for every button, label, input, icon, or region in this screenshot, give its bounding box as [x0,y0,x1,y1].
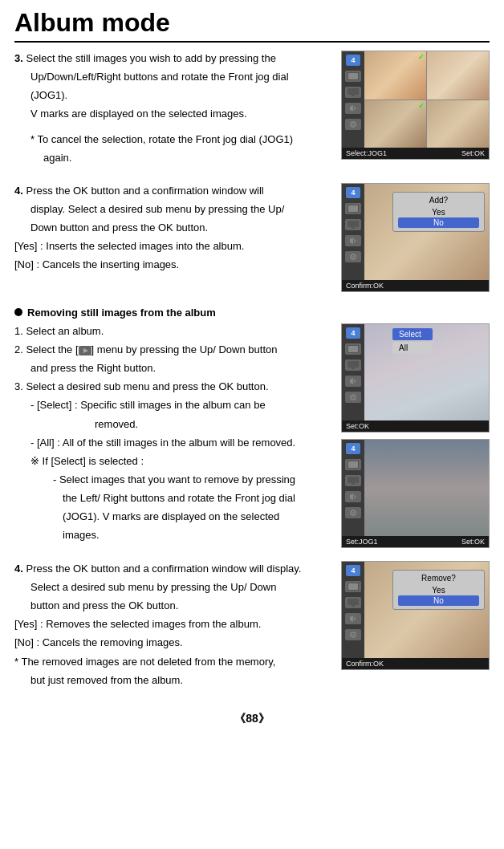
bullet-header-label: Removing still images from the album [27,307,216,319]
add-dialog-no: No [398,217,479,228]
add-dialog-yes: Yes [398,207,479,217]
cam-icon-settings-3 [345,392,361,403]
cam-icon-monitor-3 [345,360,361,371]
svg-marker-11 [350,238,353,244]
step4a-line4: [Yes] : Inserts the selected images into… [14,238,333,254]
cam-icon-monitor-2 [345,219,361,230]
photo-cell-1: ✓ [364,51,426,100]
cam-photo-area-5: Remove? Yes No [364,562,489,658]
svg-rect-1 [348,73,358,79]
cam-statusbar-4: Set:JOG1 Set:OK [342,536,489,547]
cam-statusbar-2: Confirm:OK [342,280,489,291]
section-3: 3. Select the still images you wish to a… [14,51,490,169]
page-title: Album mode [14,8,490,43]
cam-icon-film-4 [345,459,361,470]
remove-dialog: Remove? Yes No [392,570,485,610]
cam-icon-settings-4 [345,507,361,518]
cam-icon-film-5 [345,581,361,592]
cam-photo-area-1: ✓ ✓ [364,51,489,148]
rm-step3: 3. Select a desired sub menu and press t… [14,379,333,395]
cam-num-3: 4 [346,327,360,339]
rm-step3a: - [Select] : Specific still images in th… [14,397,333,413]
svg-rect-3 [352,95,355,96]
svg-rect-2 [348,88,359,95]
camera-panel-3: 4 [341,323,490,433]
photo-cell-4 [427,100,489,148]
cam-status-left-1: Select:JOG1 [346,149,387,157]
remove-dialog-no: No [398,595,479,606]
camera-panel-4: 4 [341,439,490,548]
rm-step2b: and press the Right button. [14,360,333,376]
step4b-line5: [No] : Cancels the removing images. [14,635,333,651]
cam-status-right-1: Set:OK [461,149,485,157]
step3-line1: 3. Select the still images you wish to a… [14,51,333,67]
cam-status-2: Confirm:OK [346,282,384,290]
step4a-line3: Down button and press the OK button. [14,220,333,236]
step4b-line6: * The removed images are not deleted fro… [14,654,333,670]
step4b-line1: 4. Press the OK button and a confirmatio… [14,561,333,577]
cam-statusbar-5: Confirm:OK [342,658,489,669]
step4a-line5: [No] : Cancels the inserting images. [14,257,333,273]
svg-rect-24 [348,461,358,468]
photo-person [364,440,489,536]
step4b-line2: Select a desired sub menu by pressing th… [14,579,333,595]
cam-sidebar-4: 4 [342,440,364,536]
cam-icon-monitor-5 [345,597,361,608]
step3-line3: (JOG1). [14,87,333,104]
cam-main-4: 4 [342,440,489,536]
cam-sidebar-3: 4 [342,324,364,420]
cam-statusbar-1: Select:JOG1 Set:OK [342,148,489,159]
section-4b: 4. Press the OK button and a confirmatio… [14,561,490,691]
svg-rect-33 [352,605,355,607]
svg-rect-9 [348,221,359,227]
cam-main-5: 4 Remove [342,562,489,658]
svg-point-6 [352,124,354,125]
main-content: 3. Select the still images you wish to a… [14,51,490,699]
step4b-line4: [Yes] : Removes the selected images from… [14,616,333,632]
step3-line4: V marks are displayed on the selected im… [14,106,333,122]
rm-step3c1: - Select images that you want to remove … [14,472,333,488]
select-menu-all: All [392,342,433,354]
svg-point-29 [352,512,354,514]
cam-icon-sound-2 [345,235,361,246]
step4b-line7: but just removed from the album. [14,672,333,689]
camera-panel-5: 4 Remove [341,561,490,670]
cam-photo-area-3: Select All [364,324,489,420]
cam-num-5: 4 [346,565,360,576]
cam-icon-film [345,71,361,82]
removing-text-123: 1. Select an album. 2. Select the [] men… [14,323,333,546]
rm-step3c: ※ If [Select] is selected : [14,453,333,469]
rm-step3c4: images. [14,527,333,543]
section-4a-text: 4. Press the OK button and a confirmatio… [14,183,333,276]
cam-sidebar-2: 4 [342,184,364,280]
svg-rect-10 [352,227,355,229]
removing-section: Removing still images from the album 1. … [14,307,490,548]
bullet-dot [14,308,22,316]
svg-marker-34 [350,615,353,622]
svg-marker-27 [350,494,353,500]
cam-icon-settings-2 [345,251,361,262]
cam-photo-area-2: Add? Yes No [364,184,489,280]
cam-statusbar-3: Set:OK [342,420,489,432]
svg-rect-8 [348,205,358,212]
section-4a: 4. Press the OK button and a confirmatio… [14,183,490,292]
svg-point-36 [352,634,354,636]
step3-line2: Up/Down/Left/Right buttons and rotate th… [14,69,333,85]
step3-line6: again. [14,150,333,166]
add-dialog-title: Add? [398,196,479,205]
cam-status-right-4: Set:OK [461,538,485,546]
cam-panels-remove: 4 [341,323,490,548]
cam-status-left-4: Set:JOG1 [346,538,378,546]
rm-step1: 1. Select an album. [14,323,333,339]
section-4b-text: 4. Press the OK button and a confirmatio… [14,561,333,691]
svg-rect-32 [348,599,359,605]
svg-marker-20 [350,378,353,384]
svg-marker-4 [350,105,353,112]
svg-rect-17 [348,346,358,352]
cam-sidebar-5: 4 [342,562,364,658]
step4b-line3: button and press the OK button. [14,598,333,614]
svg-point-13 [352,256,354,258]
cam-icon-monitor-4 [345,475,361,486]
cam-main-3: 4 [342,324,489,420]
cam-icon-monitor [345,87,361,98]
